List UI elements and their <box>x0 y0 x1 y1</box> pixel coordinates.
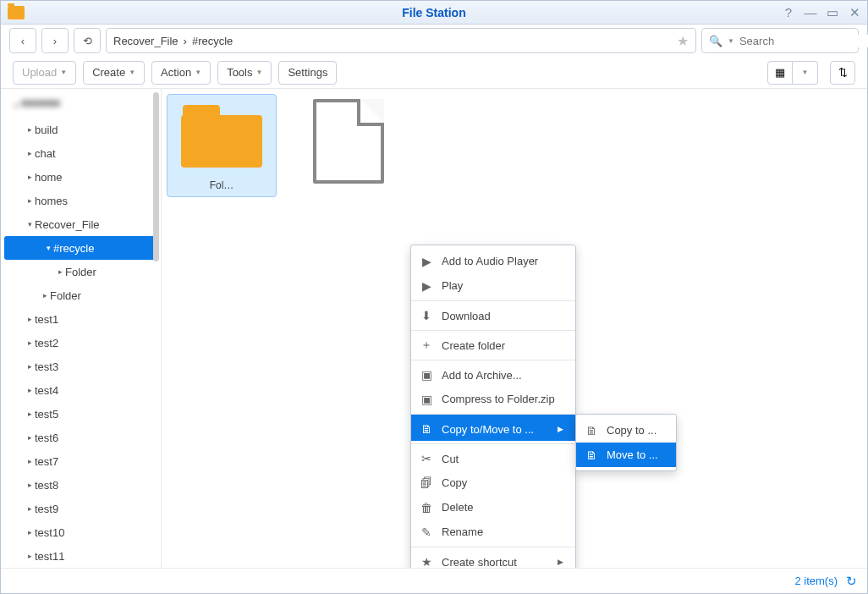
menu-create-folder[interactable]: ＋Create folder <box>411 330 575 357</box>
search-input[interactable] <box>739 35 868 47</box>
tools-button[interactable]: Tools▼ <box>217 61 272 85</box>
chevron-icon: ▸ <box>25 315 35 323</box>
tree-item-test9[interactable]: ▸test9 <box>1 497 161 520</box>
tree-root[interactable]: ▾▀▀▀▀▀ <box>1 94 161 118</box>
star-icon: ★ <box>420 555 433 568</box>
context-submenu: 🗎Copy to ... 🗎Move to ... <box>575 414 677 471</box>
breadcrumb-part[interactable]: Recover_File <box>113 35 179 47</box>
play-icon: ▶ <box>420 255 433 268</box>
sidebar: ▾▀▀▀▀▀ ▸build▸chat▸home▸homes▾Recover_Fi… <box>1 89 162 568</box>
menu-compress[interactable]: ▣Compress to Folder.zip <box>411 387 575 411</box>
tree-item-test1[interactable]: ▸test1 <box>1 307 161 331</box>
breadcrumb[interactable]: Recover_File › #recycle ★ <box>106 28 696 53</box>
folder-item[interactable]: Fol… <box>167 94 277 197</box>
tree-item-chat[interactable]: ▸chat <box>1 141 161 165</box>
tree-item-test6[interactable]: ▸test6 <box>1 426 161 449</box>
chevron-icon: ▸ <box>25 433 35 442</box>
titlebar: File Station ? — ▭ ✕ <box>1 1 867 25</box>
menu-add-audio[interactable]: ▶Add to Audio Player <box>411 249 575 273</box>
tree-item-label: test9 <box>35 503 58 515</box>
reload-button[interactable]: ⟲ <box>74 28 101 53</box>
tree-item-test5[interactable]: ▸test5 <box>1 402 161 426</box>
tree-item-recycle[interactable]: ▾#recycle <box>4 236 157 260</box>
menu-add-archive[interactable]: ▣Add to Archive... <box>411 360 575 387</box>
favorite-icon[interactable]: ★ <box>677 33 689 49</box>
submenu-copy-to[interactable]: 🗎Copy to ... <box>576 418 676 443</box>
tree-item-label: test4 <box>35 384 58 397</box>
trash-icon: 🗑 <box>420 501 433 514</box>
upload-button[interactable]: Upload▼ <box>13 61 76 85</box>
tree-item-label: Folder <box>65 266 96 278</box>
context-menu: ▶Add to Audio Player ▶Play ⬇Download ＋Cr… <box>410 245 576 568</box>
tree-item-test10[interactable]: ▸test10 <box>1 520 161 544</box>
settings-button[interactable]: Settings <box>278 61 337 85</box>
help-icon[interactable]: ? <box>779 5 798 20</box>
tree-item-folder[interactable]: ▸Folder <box>1 260 161 283</box>
menu-cut[interactable]: ✂Cut <box>411 443 575 470</box>
tree-item-recoverfile[interactable]: ▾Recover_File <box>1 212 161 236</box>
chevron-icon: ▸ <box>25 528 35 536</box>
close-icon[interactable]: ✕ <box>845 5 864 20</box>
menu-copy[interactable]: 🗐Copy <box>411 470 575 495</box>
tree-item-label: test7 <box>35 455 58 468</box>
menu-copy-move[interactable]: 🗎Copy to/Move to ...▶ <box>411 414 575 441</box>
forward-button[interactable]: › <box>41 28 69 53</box>
tree-item-test4[interactable]: ▸test4 <box>1 378 161 402</box>
create-button[interactable]: Create▼ <box>83 61 145 85</box>
sort-button[interactable]: ⇅ <box>830 61 855 85</box>
menu-shortcut[interactable]: ★Create shortcut▶ <box>411 547 575 568</box>
submenu-move-to[interactable]: 🗎Move to ... <box>576 443 676 467</box>
tree-item-build[interactable]: ▸build <box>1 118 161 141</box>
sidebar-scrollbar[interactable] <box>153 92 159 261</box>
tree-item-folder[interactable]: ▸Folder <box>1 283 161 307</box>
back-button[interactable]: ‹ <box>9 28 36 53</box>
submenu-arrow-icon: ▶ <box>558 558 563 566</box>
refresh-icon[interactable]: ↻ <box>846 574 857 589</box>
tree-item-label: Folder <box>50 289 81 302</box>
breadcrumb-part[interactable]: #recycle <box>192 35 233 47</box>
chevron-icon: ▾ <box>43 244 53 252</box>
search-box[interactable]: 🔍 ▼ <box>701 28 859 53</box>
tree-item-homes[interactable]: ▸homes <box>1 189 161 212</box>
file-icon <box>313 99 384 184</box>
tree-item-test7[interactable]: ▸test7 <box>1 449 161 473</box>
download-icon: ⬇ <box>420 309 433 322</box>
minimize-icon[interactable]: — <box>801 5 820 20</box>
chevron-icon: ▸ <box>25 410 35 418</box>
edit-icon: ✎ <box>420 525 433 539</box>
view-thumbnail-button[interactable]: ▦ <box>767 61 793 85</box>
copy-icon: 🗐 <box>420 476 433 490</box>
action-toolbar: Upload▼ Create▼ Action▼ Tools▼ Settings … <box>1 57 867 89</box>
tree-item-test2[interactable]: ▸test2 <box>1 331 161 355</box>
tree-item-test3[interactable]: ▸test3 <box>1 355 161 378</box>
tree-item-home[interactable]: ▸home <box>1 165 161 189</box>
window-title: File Station <box>402 6 465 19</box>
view-dropdown-button[interactable]: ▼ <box>793 61 818 85</box>
menu-download[interactable]: ⬇Download <box>411 300 575 327</box>
status-bar: 2 item(s) ↻ <box>1 568 867 593</box>
action-button[interactable]: Action▼ <box>151 61 211 85</box>
item-count: 2 item(s) <box>794 575 838 587</box>
maximize-icon[interactable]: ▭ <box>823 5 842 20</box>
chevron-icon: ▸ <box>25 149 35 157</box>
move-to-icon: 🗎 <box>585 448 598 462</box>
archive-icon: ▣ <box>420 368 433 382</box>
submenu-arrow-icon: ▶ <box>558 425 563 433</box>
menu-play[interactable]: ▶Play <box>411 273 575 298</box>
cut-icon: ✂ <box>420 452 433 465</box>
tree-item-test8[interactable]: ▸test8 <box>1 473 161 497</box>
search-dropdown-icon[interactable]: ▼ <box>728 37 734 45</box>
chevron-icon: ▸ <box>55 267 65 276</box>
chevron-icon: ▸ <box>25 386 35 394</box>
file-content-area[interactable]: Fol… ▶Add to Audio Player ▶Play ⬇Downloa… <box>162 89 867 568</box>
file-item[interactable] <box>294 94 404 194</box>
tree-item-label: #recycle <box>53 242 94 255</box>
breadcrumb-sep: › <box>184 35 187 47</box>
chevron-icon: ▸ <box>25 338 35 347</box>
app-icon <box>8 6 25 19</box>
menu-rename[interactable]: ✎Rename <box>411 520 575 544</box>
copy-to-icon: 🗎 <box>585 424 598 437</box>
menu-delete[interactable]: 🗑Delete <box>411 495 575 520</box>
tree-item-test11[interactable]: ▸test11 <box>1 544 161 568</box>
zip-icon: ▣ <box>420 393 433 406</box>
